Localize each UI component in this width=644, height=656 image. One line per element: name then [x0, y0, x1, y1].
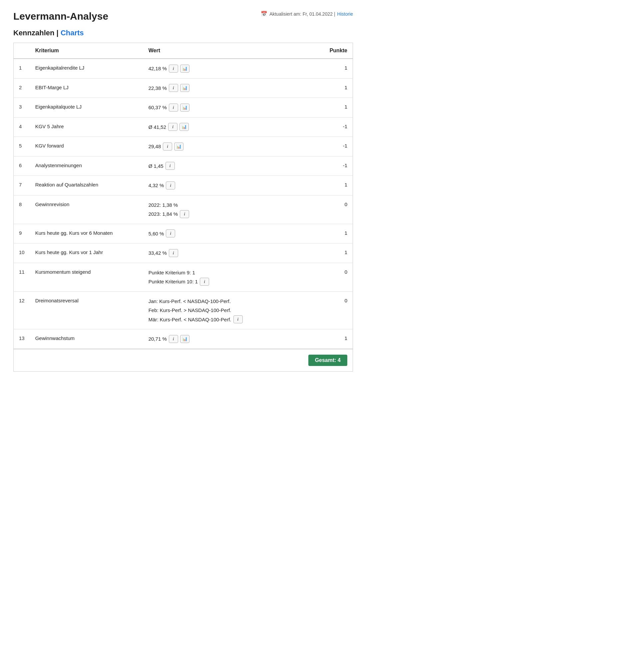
row-punkte: 1	[324, 243, 353, 263]
row-kriterium: Eigenkapitalrendite LJ	[30, 59, 143, 78]
update-bar: 📅 Aktualisiert am: Fr, 01.04.2022 | Hist…	[261, 10, 353, 17]
update-text: Aktualisiert am: Fr, 01.04.2022 |	[269, 11, 335, 17]
row-nr: 13	[14, 329, 30, 349]
row-kriterium: KGV forward	[30, 137, 143, 157]
row-wert: 60,37 %i📊	[143, 98, 324, 117]
wert-line: Jan: Kurs-Perf. < NASDAQ-100-Perf.	[148, 297, 319, 306]
table-row: 6AnalystenmeinungenØ 1,45i-1	[14, 156, 353, 176]
table-row: 7Reaktion auf Quartalszahlen4,32 %i1	[14, 176, 353, 196]
row-punkte: 0	[324, 263, 353, 291]
col-punkte-header: Punkte	[324, 43, 353, 59]
col-nr-header	[14, 43, 30, 59]
wert-text: 2023: 1,84 %	[148, 210, 178, 219]
table-row: 3Eigenkapitalquote LJ60,37 %i📊1	[14, 98, 353, 117]
wert-text: Ø 1,45	[148, 162, 163, 171]
wert-text: Punkte Kriterium 10: 1	[148, 277, 198, 286]
wert-text: Punkte Kriterium 9: 1	[148, 268, 195, 277]
table-row: 11Kursmomentum steigendPunkte Kriterium …	[14, 263, 353, 291]
wert-line: Ø 1,45i	[148, 162, 319, 171]
info-button[interactable]: i	[169, 65, 178, 73]
row-wert: Ø 41,52i📊	[143, 117, 324, 137]
row-kriterium: EBIT-Marge LJ	[30, 78, 143, 98]
table-row: 8Gewinnrevision2022: 1,38 %2023: 1,84 %i…	[14, 195, 353, 224]
row-nr: 3	[14, 98, 30, 117]
info-button[interactable]: i	[169, 84, 178, 92]
wert-line: 22,38 %i📊	[148, 84, 319, 93]
wert-text: Feb: Kurs-Perf. > NASDAQ-100-Perf.	[148, 306, 231, 315]
info-button[interactable]: i	[169, 335, 178, 343]
wert-line: Feb: Kurs-Perf. > NASDAQ-100-Perf.	[148, 306, 319, 315]
row-wert: Ø 1,45i	[143, 156, 324, 176]
chart-button[interactable]: 📊	[180, 104, 189, 112]
wert-text: Mär: Kurs-Perf. < NASDAQ-100-Perf.	[148, 315, 231, 324]
wert-line: Punkte Kriterium 10: 1i	[148, 277, 319, 286]
history-link[interactable]: Historie	[337, 11, 353, 17]
row-kriterium: Kursmomentum steigend	[30, 263, 143, 291]
row-wert: 42,18 %i📊	[143, 59, 324, 78]
wert-text: 60,37 %	[148, 103, 167, 112]
row-wert: Jan: Kurs-Perf. < NASDAQ-100-Perf.Feb: K…	[143, 291, 324, 329]
wert-line: Ø 41,52i📊	[148, 123, 319, 132]
wert-text: 4,32 %	[148, 181, 164, 190]
row-nr: 9	[14, 224, 30, 243]
row-wert: 33,42 %i	[143, 243, 324, 263]
row-punkte: -1	[324, 117, 353, 137]
info-button[interactable]: i	[168, 123, 178, 131]
page-title: Levermann-Analyse	[13, 10, 108, 22]
row-punkte: -1	[324, 156, 353, 176]
row-kriterium: Kurs heute gg. Kurs vor 6 Monaten	[30, 224, 143, 243]
row-kriterium: Reaktion auf Quartalszahlen	[30, 176, 143, 196]
row-wert: 20,71 %i📊	[143, 329, 324, 349]
wert-text: 22,38 %	[148, 84, 167, 93]
section-heading: Kennzahlen | Charts	[13, 29, 353, 37]
wert-text: 5,60 %	[148, 229, 164, 238]
table-row: 2EBIT-Marge LJ22,38 %i📊1	[14, 78, 353, 98]
wert-line: 20,71 %i📊	[148, 335, 319, 343]
wert-text: 33,42 %	[148, 249, 167, 257]
row-wert: 2022: 1,38 %2023: 1,84 %i	[143, 195, 324, 224]
row-wert: Punkte Kriterium 9: 1Punkte Kriterium 10…	[143, 263, 324, 291]
row-punkte: 1	[324, 329, 353, 349]
col-wert-header: Wert	[143, 43, 324, 59]
chart-button[interactable]: 📊	[180, 84, 189, 92]
info-button[interactable]: i	[165, 162, 175, 170]
row-kriterium: Dreimonatsreversal	[30, 291, 143, 329]
table-footer-row: Gesamt: 4	[14, 349, 353, 371]
wert-line: 2023: 1,84 %i	[148, 210, 319, 219]
info-button[interactable]: i	[169, 249, 178, 257]
table-row: 12DreimonatsreversalJan: Kurs-Perf. < NA…	[14, 291, 353, 329]
table-row: 1Eigenkapitalrendite LJ42,18 %i📊1	[14, 59, 353, 78]
info-button[interactable]: i	[180, 210, 189, 218]
chart-button[interactable]: 📊	[180, 335, 189, 343]
row-punkte: 0	[324, 195, 353, 224]
charts-label[interactable]: Charts	[61, 29, 84, 37]
info-button[interactable]: i	[166, 229, 175, 237]
row-nr: 1	[14, 59, 30, 78]
row-wert: 29,48i📊	[143, 137, 324, 157]
row-punkte: 1	[324, 98, 353, 117]
info-button[interactable]: i	[166, 181, 175, 189]
wert-text: 2022: 1,38 %	[148, 201, 178, 209]
chart-button[interactable]: 📊	[180, 65, 189, 73]
row-punkte: 0	[324, 291, 353, 329]
row-punkte: 1	[324, 176, 353, 196]
row-kriterium: Gewinnwachstum	[30, 329, 143, 349]
row-wert: 4,32 %i	[143, 176, 324, 196]
row-kriterium: KGV 5 Jahre	[30, 117, 143, 137]
row-kriterium: Analystenmeinungen	[30, 156, 143, 176]
row-punkte: -1	[324, 137, 353, 157]
info-button[interactable]: i	[200, 278, 209, 286]
info-button[interactable]: i	[169, 104, 178, 112]
table-header-row: Kriterium Wert Punkte	[14, 43, 353, 59]
info-button[interactable]: i	[163, 142, 172, 151]
row-nr: 8	[14, 195, 30, 224]
row-nr: 12	[14, 291, 30, 329]
row-punkte: 1	[324, 59, 353, 78]
calendar-icon: 📅	[261, 10, 268, 17]
levermann-table: Kriterium Wert Punkte 1Eigenkapitalrendi…	[13, 43, 353, 371]
chart-button[interactable]: 📊	[180, 123, 189, 131]
table-row: 13Gewinnwachstum20,71 %i📊1	[14, 329, 353, 349]
row-nr: 6	[14, 156, 30, 176]
info-button[interactable]: i	[233, 315, 243, 323]
chart-button[interactable]: 📊	[174, 142, 183, 151]
